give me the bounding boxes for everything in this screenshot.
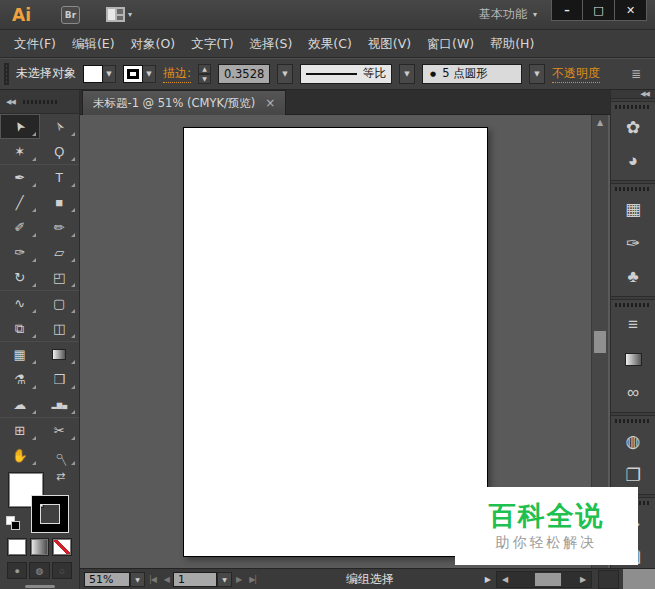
menu-item-window[interactable]: 窗口(W) (419, 30, 482, 57)
pencil-tool[interactable]: ✏ (40, 215, 80, 240)
menu-item-object[interactable]: 对象(O) (123, 30, 184, 57)
type-tool[interactable]: T (40, 165, 80, 190)
brushes-panel-button[interactable]: ✑ (611, 226, 655, 260)
artboard-number-field[interactable]: 1 (173, 572, 217, 587)
fill-color-control[interactable]: ▼ (83, 65, 116, 83)
magic-wand-tool[interactable]: ✶ (0, 139, 40, 164)
menu-item-effect[interactable]: 效果(C) (300, 30, 359, 57)
artboard[interactable] (183, 127, 488, 557)
mesh-tool[interactable]: ▦ (0, 342, 40, 367)
blend-tool[interactable]: ❒ (40, 367, 80, 392)
blob-brush-tool[interactable]: ✑ (0, 240, 40, 265)
previous-artboard-icon[interactable]: ◀ (160, 575, 173, 584)
scroll-left-icon[interactable]: ◀ (497, 575, 513, 584)
scale-tool[interactable]: ◰ (40, 265, 80, 290)
hand-tool[interactable]: ✋ (0, 443, 40, 468)
status-menu-icon[interactable]: ▶ (480, 575, 496, 584)
none-button[interactable] (52, 538, 72, 556)
fill-dropdown-icon[interactable]: ▼ (103, 65, 116, 83)
bridge-button[interactable]: Br (61, 6, 80, 24)
appearance-panel-button[interactable]: ◍ (611, 424, 655, 458)
panel-grip[interactable] (23, 100, 59, 104)
horizontal-scrollbar-thumb[interactable] (535, 573, 561, 586)
step-up-icon[interactable]: ▲ (198, 64, 211, 74)
profile-dropdown[interactable]: ▼ (399, 64, 415, 84)
lasso-tool[interactable]: Ϙ (40, 139, 80, 164)
next-artboard-icon[interactable]: ▶ (232, 575, 245, 584)
color-button[interactable] (7, 538, 27, 556)
controlbar-grip[interactable] (4, 63, 9, 85)
draw-inside-mode-button[interactable]: ◌ (52, 562, 72, 579)
pen-tool[interactable]: ✒ (0, 165, 40, 190)
selection-tool[interactable]: ➤ (0, 114, 40, 139)
scroll-up-icon[interactable]: ▲ (592, 115, 608, 130)
default-fill-stroke-icon[interactable] (6, 516, 20, 530)
maximize-button[interactable]: □ (583, 0, 615, 21)
horizontal-scrollbar[interactable]: ◀ ▶ (496, 571, 592, 588)
collapse-panel-icon[interactable]: ◀◀ (6, 98, 15, 106)
scroll-right-icon[interactable]: ▶ (575, 575, 591, 584)
free-transform-tool[interactable]: ▢ (40, 291, 80, 316)
variable-width-profile-select[interactable]: 等比 (300, 64, 392, 84)
stroke-color-control[interactable]: ▼ (123, 65, 156, 83)
gradient-button[interactable] (30, 538, 50, 556)
close-button[interactable]: ✕ (615, 0, 647, 21)
stroke-weight-stepper[interactable]: ▲ ▼ (198, 64, 211, 84)
stroke-panel-button[interactable]: ≡ (611, 308, 655, 342)
horizontal-scrollbar-track[interactable] (513, 572, 575, 587)
menu-item-view[interactable]: 视图(V) (360, 30, 419, 57)
transparency-panel-button[interactable]: ∞ (611, 376, 655, 410)
fill-swatch[interactable] (83, 65, 103, 83)
stroke-swatch[interactable] (32, 496, 68, 532)
swatches-panel-button[interactable]: ▦ (611, 192, 655, 226)
dock-group-grip[interactable] (615, 303, 651, 307)
menu-item-edit[interactable]: 编辑(E) (64, 30, 123, 57)
control-panel-menu-icon[interactable]: ≣ (631, 67, 649, 81)
dock-group-grip[interactable] (615, 419, 651, 423)
swap-fill-stroke-icon[interactable]: ⇄ (56, 470, 65, 483)
resize-corner[interactable] (623, 569, 655, 589)
dock-group-grip[interactable] (615, 105, 651, 109)
first-artboard-icon[interactable]: |◀ (145, 575, 160, 584)
width-tool[interactable]: ∿ (0, 291, 40, 316)
perspective-grid-tool[interactable]: ◫ (40, 316, 80, 341)
zoom-tool[interactable]: ○ (40, 443, 80, 468)
brush-dropdown[interactable]: ▼ (529, 64, 545, 84)
minimize-button[interactable]: – (551, 0, 583, 21)
workspace-switcher[interactable]: 基本功能 ▾ (479, 6, 537, 23)
color-guide-panel-button[interactable]: ◕ (611, 144, 655, 178)
eraser-tool[interactable]: ▱ (40, 240, 80, 265)
column-graph-tool[interactable]: ▂▆▄ (40, 392, 80, 417)
line-segment-tool[interactable]: ╱ (0, 190, 40, 215)
eyedropper-tool[interactable]: ⚗ (0, 367, 40, 392)
stroke-swatch[interactable] (123, 65, 143, 83)
zoom-level-field[interactable]: 51% (84, 572, 130, 587)
symbol-sprayer-tool[interactable]: ☁ (0, 392, 40, 417)
menu-item-help[interactable]: 帮助(H) (482, 30, 542, 57)
last-artboard-icon[interactable]: ▶| (245, 575, 260, 584)
close-tab-icon[interactable]: × (265, 96, 275, 110)
brush-definition-select[interactable]: ● 5 点圆形 (422, 64, 522, 84)
artboard-dropdown-icon[interactable]: ▼ (217, 572, 232, 587)
gradient-panel-button[interactable] (611, 342, 655, 376)
rectangle-tool[interactable]: ■ (40, 190, 80, 215)
document-tab[interactable]: 未标题-1 @ 51% (CMYK/预览) × (82, 90, 286, 115)
step-down-icon[interactable]: ▼ (198, 74, 211, 84)
draw-behind-mode-button[interactable]: ◍ (29, 562, 49, 579)
opacity-link[interactable]: 不透明度 (552, 65, 600, 83)
dock-group-grip[interactable] (615, 187, 651, 191)
draw-normal-mode-button[interactable]: ● (7, 562, 27, 579)
stroke-weight-dropdown[interactable]: ▼ (277, 64, 293, 84)
arrange-documents-button[interactable]: ▾ (106, 7, 132, 22)
artboard-tool[interactable]: ⊞ (0, 418, 40, 443)
stroke-panel-link[interactable]: 描边: (163, 65, 191, 83)
slice-tool[interactable]: ✂ (40, 418, 80, 443)
stroke-dropdown-icon[interactable]: ▼ (143, 65, 156, 83)
paintbrush-tool[interactable]: ✐ (0, 215, 40, 240)
gradient-tool[interactable] (40, 342, 80, 367)
toolbar-resize-grip[interactable] (25, 585, 55, 588)
shape-builder-tool[interactable]: ⧉ (0, 316, 40, 341)
menu-item-file[interactable]: 文件(F) (6, 30, 64, 57)
direct-selection-tool[interactable]: ➢ (40, 114, 80, 139)
zoom-dropdown-icon[interactable]: ▼ (130, 572, 145, 587)
